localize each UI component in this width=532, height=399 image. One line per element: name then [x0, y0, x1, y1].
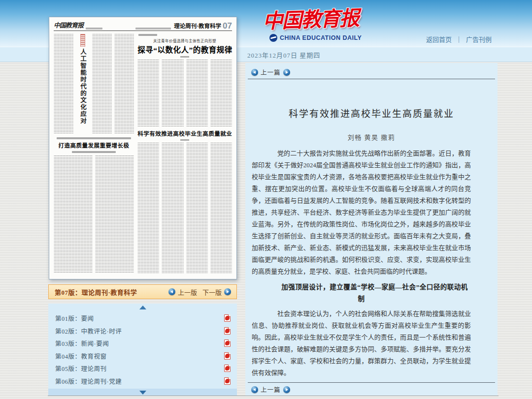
column-label-box: [80, 34, 85, 47]
kicker-line: [57, 137, 131, 139]
byline-bar: [180, 56, 189, 58]
page-list-item[interactable]: 第04版：教育视窗: [48, 350, 237, 363]
bottom-headline: 科学有效推进高校毕业生高质量就业: [137, 129, 232, 137]
down-arrow-icon: [139, 391, 146, 395]
newspaper-page-number: 07: [223, 22, 232, 30]
newspaper-section-title: 理论周刊·教育科学: [174, 22, 221, 30]
scroll-down-bar[interactable]: [48, 389, 237, 396]
pdf-icon[interactable]: [224, 339, 231, 347]
text-column: [162, 143, 183, 273]
next-article-icon[interactable]: [283, 69, 290, 76]
article-paragraph: 社会层面，在充分发挥市场的有效配置作用基础上，通过鼓励性政策动员市场主体向高校毕…: [252, 379, 471, 380]
divider: [248, 382, 495, 383]
text-column: [95, 155, 134, 273]
site-logo[interactable]: 中国教育报 CHINA EDUCATION DAILY: [263, 3, 376, 42]
article-title: 科学有效推进高校毕业生高质量就业: [245, 106, 498, 120]
text-column: [210, 60, 232, 126]
pdf-icon[interactable]: [224, 377, 231, 385]
ads-link[interactable]: 广告刊例: [466, 34, 492, 44]
left-headline: 打造高质量发展重要增长极: [54, 141, 134, 149]
page-list-item[interactable]: 第01版：要闻: [48, 312, 237, 325]
prev-article-link[interactable]: 上一篇: [261, 385, 281, 394]
prev-article-icon[interactable]: [251, 69, 258, 76]
byline-bar: [180, 139, 189, 141]
page-list-item[interactable]: 第06版：理论周刊·党建: [48, 375, 237, 388]
topic-tag-bar: [138, 34, 157, 36]
text-column: [92, 34, 112, 133]
text-column: [54, 34, 73, 133]
masthead-dateline: [86, 28, 102, 30]
newspaper-masthead-row: 中国教育报 理论周刊·教育科学 07: [54, 21, 232, 31]
newspaper-masthead: 中国教育报: [54, 20, 83, 30]
article-subheading: 加强顶层设计，建立覆盖“学校—家庭—社会”全口径的联动机制: [252, 281, 471, 305]
current-page-bar: 第07版：理论周刊·教育科学 上一版 下一版: [48, 284, 237, 299]
article-paragraph: 党的二十大报告对实施就业优先战略作出新的全面部署。近日，教育部印发《关于做好20…: [252, 148, 471, 277]
prev-page-icon[interactable]: [168, 288, 175, 295]
article-nav-top: 上一篇: [251, 67, 290, 77]
scroll-up-bar[interactable]: [48, 304, 237, 311]
page-list-item[interactable]: 第05版：理论周刊: [48, 362, 237, 375]
text-column: [54, 155, 93, 273]
epaper-page: 2023年12月07日 星期四 中国教育报 CHINA EDUCATION DA…: [0, 0, 532, 399]
prev-article-link[interactable]: 上一篇: [261, 67, 281, 77]
next-page-button[interactable]: 下一版: [202, 287, 231, 297]
globe-icon: [269, 34, 277, 42]
home-link[interactable]: 返回首页: [426, 34, 452, 44]
article-paragraph: 社会资本理论认为，个人的社会网络和人际关系在帮助搜集筛选就业信息、协助推荐就业岗…: [252, 308, 471, 379]
up-arrow-icon: [139, 306, 146, 309]
masthead-info-bar: [135, 28, 171, 30]
prev-article-icon[interactable]: [251, 386, 258, 393]
logo-cn-text: 中国教育报: [262, 1, 359, 34]
text-column: [114, 34, 134, 133]
article-nav-bottom: 上一篇: [251, 385, 290, 394]
page-list-item[interactable]: 第03版：新闻·要闻: [48, 337, 237, 350]
current-page-label: 第07版：理论周刊·教育科学: [49, 287, 168, 297]
vertical-headline: 人工智能时代的文化应对: [76, 49, 89, 124]
pdf-icon[interactable]: [224, 327, 231, 335]
main-headline: 探寻“以数化人”的教育规律: [137, 44, 232, 55]
text-column: [186, 143, 208, 273]
logo-en-text: CHINA EDUCATION DAILY: [280, 34, 362, 41]
next-page-label[interactable]: 下一版: [202, 287, 222, 297]
newspaper-page-image[interactable]: 中国教育报 理论周刊·教育科学 07 人工智能时代的文化应对 打造高: [49, 17, 237, 279]
text-column: [186, 60, 208, 126]
article-panel: 上一篇 科学有效推进高校毕业生高质量就业 刘畅 黄昊 撒莉 党的二十大报告对实施…: [245, 63, 498, 396]
byline-bar: [72, 151, 116, 153]
pdf-icon[interactable]: [224, 365, 231, 372]
main-kicker: 关注青年价值选择与主体性正向形塑: [137, 38, 232, 43]
next-page-icon[interactable]: [224, 288, 231, 295]
newspaper-body: 人工智能时代的文化应对 打造高质量发展重要增长极 关注青年价值选择与主体性正向形…: [54, 31, 232, 273]
text-column: [137, 143, 159, 273]
pdf-icon[interactable]: [224, 352, 231, 360]
page-list-item[interactable]: 第02版：中教评论·时评: [48, 325, 237, 338]
next-article-icon[interactable]: [283, 386, 290, 393]
text-column: [210, 143, 232, 273]
divider: [248, 79, 495, 79]
header-links: 返回首页 ｜ 广告刊例: [426, 34, 492, 44]
prev-page-label[interactable]: 上一版: [178, 287, 197, 297]
text-column: [162, 60, 183, 126]
prev-page-button[interactable]: 上一版: [168, 287, 197, 297]
page-list-panel: 第01版：要闻 第02版：中教评论·时评 第03版：新闻·要闻 第04版：教育视…: [48, 304, 237, 396]
link-divider: ｜: [456, 34, 462, 44]
date-text: 2023年12月07日 星期四: [247, 50, 320, 60]
article-body: 党的二十大报告对实施就业优先战略作出新的全面部署。近日，教育部印发《关于做好20…: [252, 148, 471, 380]
footer-divider: [48, 396, 499, 396]
article-authors: 刘畅 黄昊 撒莉: [245, 132, 498, 142]
page-list: 第01版：要闻 第02版：中教评论·时评 第03版：新闻·要闻 第04版：教育视…: [48, 311, 237, 389]
text-column: [137, 60, 159, 126]
pdf-icon[interactable]: [224, 314, 231, 322]
